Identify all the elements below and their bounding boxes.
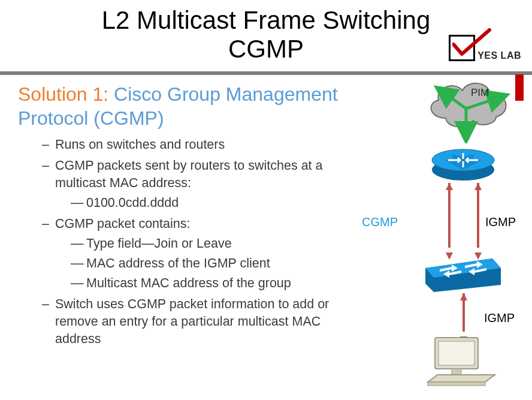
pim-label: PIM bbox=[471, 87, 489, 99]
router-icon bbox=[430, 147, 496, 182]
sub-bullet: Type field—Join or Leave bbox=[71, 235, 359, 252]
subtitle-label: Solution 1: bbox=[18, 83, 108, 105]
diagram-column: PIM bbox=[359, 80, 514, 351]
logo: YES LAB bbox=[449, 35, 521, 61]
sub-bullet: MAC address of the IGMP client bbox=[71, 255, 359, 272]
slide: L2 Multicast Frame Switching CGMP YES LA… bbox=[0, 0, 532, 400]
text-column: Solution 1: Cisco Group Management Proto… bbox=[18, 80, 359, 351]
computer-icon bbox=[424, 336, 496, 387]
slide-title: L2 Multicast Frame Switching CGMP bbox=[18, 6, 514, 64]
bullet-text: Multicast MAC address of the group bbox=[86, 276, 291, 290]
bullet-text: Runs on switches and routers bbox=[55, 137, 225, 152]
body: Solution 1: Cisco Group Management Proto… bbox=[0, 75, 532, 351]
svg-rect-6 bbox=[439, 341, 474, 365]
bullet-text: CGMP packets sent by routers to switches… bbox=[55, 158, 323, 190]
bullet-item: Switch uses CGMP packet information to a… bbox=[42, 296, 359, 348]
title-line2: CGMP bbox=[228, 35, 304, 63]
bullet-item: Runs on switches and routers bbox=[42, 136, 359, 154]
title-block: L2 Multicast Frame Switching CGMP bbox=[18, 6, 514, 64]
network-diagram: PIM bbox=[359, 76, 521, 388]
bullet-list: Runs on switches and routers CGMP packet… bbox=[42, 136, 359, 348]
igmp-label-1: IGMP bbox=[485, 215, 516, 229]
bullet-item: CGMP packet contains: Type field—Join or… bbox=[42, 215, 359, 292]
checkmark-icon bbox=[452, 28, 492, 58]
bullet-text: Type field—Join or Leave bbox=[86, 236, 232, 251]
bullet-text: Switch uses CGMP packet information to a… bbox=[55, 297, 329, 346]
bullet-text: CGMP packet contains: bbox=[55, 216, 190, 231]
igmp-label-2: IGMP bbox=[484, 311, 515, 325]
svg-line-0 bbox=[441, 91, 466, 109]
subtitle: Solution 1: Cisco Group Management Proto… bbox=[18, 82, 359, 130]
bullet-text: 0100.0cdd.dddd bbox=[86, 196, 179, 210]
cgmp-label: CGMP bbox=[362, 215, 398, 229]
logo-box bbox=[449, 35, 475, 61]
bullet-text: MAC address of the IGMP client bbox=[86, 256, 270, 270]
sub-bullet: 0100.0cdd.dddd bbox=[71, 194, 359, 212]
sub-bullet: Multicast MAC address of the group bbox=[71, 275, 359, 292]
svg-rect-8 bbox=[428, 382, 485, 386]
svg-rect-7 bbox=[452, 369, 461, 375]
bullet-item: CGMP packets sent by routers to switches… bbox=[42, 157, 359, 212]
pim-arrows-icon bbox=[419, 83, 515, 143]
switch-icon bbox=[423, 255, 503, 292]
sub-list: 0100.0cdd.dddd bbox=[71, 194, 359, 212]
sub-list: Type field—Join or Leave MAC address of … bbox=[71, 235, 359, 292]
title-line1: L2 Multicast Frame Switching bbox=[102, 6, 431, 34]
